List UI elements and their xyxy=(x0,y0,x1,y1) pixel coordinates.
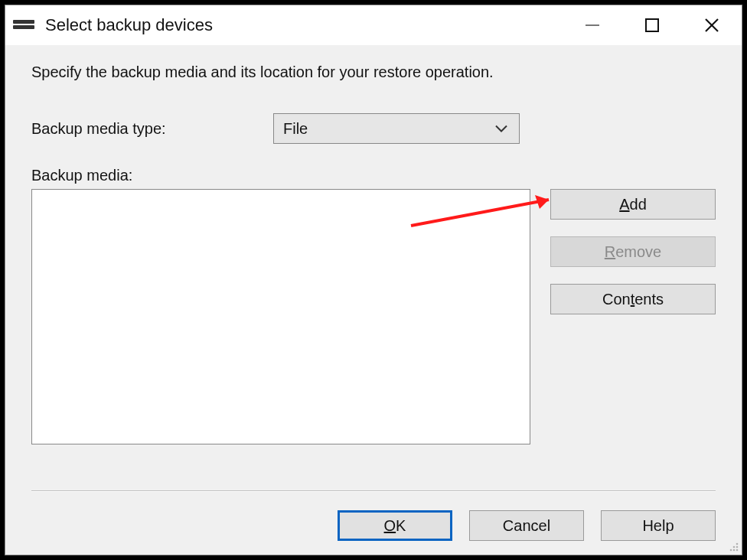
svg-point-11 xyxy=(736,543,739,545)
media-type-combo[interactable]: File xyxy=(273,113,520,144)
svg-point-9 xyxy=(730,549,732,552)
remove-button: Remove xyxy=(550,236,716,267)
maximize-button[interactable] xyxy=(622,5,682,45)
close-button[interactable] xyxy=(682,5,742,45)
dialog-body: Specify the backup media and its locatio… xyxy=(5,45,742,555)
help-button[interactable]: Help xyxy=(601,510,716,541)
media-type-value: File xyxy=(283,120,308,138)
svg-point-10 xyxy=(733,546,736,549)
resize-grip-icon[interactable] xyxy=(726,539,739,552)
media-list-label: Backup media: xyxy=(31,167,716,184)
cancel-button[interactable]: Cancel xyxy=(469,510,584,541)
dialog-footer: OK Cancel Help xyxy=(338,510,716,541)
minimize-icon xyxy=(584,17,601,34)
svg-point-6 xyxy=(736,549,739,552)
window-title: Select backup devices xyxy=(45,15,213,35)
maximize-icon xyxy=(644,17,661,34)
close-icon xyxy=(703,16,721,34)
media-listbox[interactable] xyxy=(31,189,530,444)
contents-button[interactable]: Contents xyxy=(550,284,716,314)
app-icon xyxy=(13,20,34,31)
chevron-down-icon xyxy=(494,120,508,138)
svg-point-8 xyxy=(736,546,739,549)
instruction-text: Specify the backup media and its locatio… xyxy=(31,63,716,81)
separator xyxy=(31,490,716,492)
svg-rect-1 xyxy=(646,19,658,31)
minimize-button[interactable] xyxy=(563,5,622,45)
title-bar: Select backup devices xyxy=(5,5,742,45)
svg-point-7 xyxy=(733,549,736,552)
ok-button[interactable]: OK xyxy=(338,510,452,541)
media-type-label: Backup media type: xyxy=(31,120,273,138)
add-button[interactable]: Add xyxy=(550,189,716,220)
